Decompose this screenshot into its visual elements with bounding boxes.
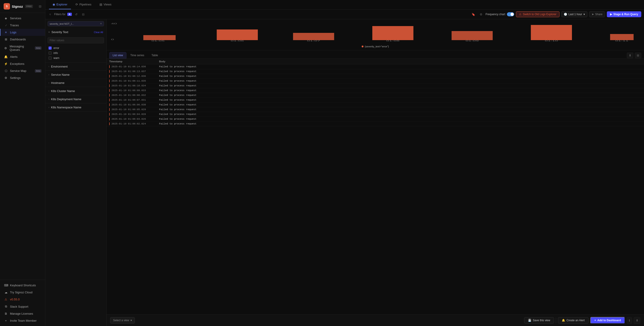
sidebar-item-label: Alerts <box>10 55 18 59</box>
service-name-section-header[interactable]: › Service Name <box>45 71 106 79</box>
log-row[interactable]: 2025-01-10 01:06:05.029 Failed to proces… <box>106 107 644 112</box>
sidebar-item-service-map[interactable]: ⬡ Service Map Beta <box>0 67 45 74</box>
save-view-btn[interactable]: 💾 Save this view <box>524 317 554 323</box>
info-icon-btn[interactable]: ℹ <box>627 317 632 324</box>
warning-icon: ⚠ <box>519 13 522 16</box>
sidebar-item-label: Traces <box>10 24 19 27</box>
sidebar-item-settings[interactable]: ⚙ Settings <box>0 74 45 81</box>
config-icon-btn[interactable]: ⚙ <box>478 12 484 17</box>
filter-values-input[interactable] <box>48 38 104 43</box>
log-row[interactable]: 2025-01-10 01:06:10.034 Failed to proces… <box>106 83 644 88</box>
run-query-btn[interactable]: ▶ Stage & Run Query <box>607 11 641 17</box>
sidebar-item-version[interactable]: ⚠ v0.55.0 <box>0 296 45 303</box>
log-timestamp: 2025-01-10 01:06:06.030 <box>109 103 159 106</box>
k8s-namespace-section-header[interactable]: › K8s Namespace Name <box>45 103 106 111</box>
log-row[interactable]: 2025-01-10 01:06:07.031 Failed to proces… <box>106 98 644 103</box>
filter-tag-close[interactable]: ✕ <box>100 22 102 25</box>
share-icon: ➤ <box>592 13 594 16</box>
bookmark-icon-btn[interactable]: 🔖 <box>470 12 476 17</box>
sidebar-item-try-cloud[interactable]: ☁ Try Signoz Cloud <box>0 289 45 296</box>
log-row[interactable]: 2025-01-10 01:06:03.026 Failed to proces… <box>106 117 644 122</box>
svg-rect-6 <box>452 31 493 40</box>
sidebar-item-dashboards[interactable]: ⊞ Dashboards <box>0 36 45 43</box>
share-btn[interactable]: ➤ Share <box>589 11 605 17</box>
frequency-chart-toggle[interactable] <box>507 12 514 16</box>
chevron-right-icon: › <box>48 98 49 100</box>
log-row[interactable]: 2025-01-10 01:06:14.036 Failed to proces… <box>106 64 644 69</box>
log-row[interactable]: 2025-01-10 01:06:08.032 Failed to proces… <box>106 93 644 98</box>
filter-option-error[interactable]: error <box>48 46 104 51</box>
log-row[interactable]: 2025-01-10 01:06:09.033 Failed to proces… <box>106 88 644 93</box>
download-icon-btn[interactable]: ⬇ <box>634 317 640 324</box>
tab-time-series[interactable]: Time series <box>127 52 148 59</box>
sidebar-item-services[interactable]: ◈ Services <box>0 15 45 22</box>
sidebar-item-label: Messaging Queues <box>10 45 33 52</box>
log-row[interactable]: 2025-01-10 01:06:06.030 Failed to proces… <box>106 103 644 107</box>
frequency-chart-label: Frequency chart <box>486 12 514 16</box>
create-alert-btn[interactable]: 🔔 Create an Alert <box>558 317 588 323</box>
tab-label: Explorer <box>56 3 67 6</box>
clock-icon: 🕐 <box>564 13 567 16</box>
tab-list-view[interactable]: List view <box>109 52 126 59</box>
k8s-deployment-section-header[interactable]: › K8s Deployment Name <box>45 95 106 103</box>
sidebar-item-exceptions[interactable]: ⚡ Exceptions <box>0 60 45 67</box>
error-label: error <box>54 47 59 50</box>
filter-option-info[interactable]: info <box>48 51 104 56</box>
error-checkbox[interactable] <box>48 47 52 50</box>
sidebar-item-keyboard-shortcuts[interactable]: ⌨ Keyboard Shortcuts <box>0 282 45 289</box>
view-select-label: Select a view <box>113 319 129 322</box>
filter-section-hostname: › Hostname <box>45 79 106 87</box>
sidebar-item-slack-support[interactable]: ⧉ Slack Support <box>0 303 45 310</box>
log-row[interactable]: 2025-01-10 01:06:13.037 Failed to proces… <box>106 69 644 74</box>
logs-table-header: Timestamp Body <box>106 59 644 64</box>
environment-section-header[interactable]: › Environment <box>45 63 106 71</box>
k8s-cluster-section-header[interactable]: › K8s Cluster Name <box>45 87 106 95</box>
log-row[interactable]: 2025-01-10 01:06:04.028 Failed to proces… <box>106 112 644 117</box>
download-icon-btn[interactable]: ⬇ <box>627 53 633 58</box>
filter-options-btn[interactable]: ⊟ <box>81 12 86 17</box>
sidebar-item-logs[interactable]: ≡ Logs <box>0 29 45 36</box>
hostname-section-header[interactable]: › Hostname <box>45 79 106 87</box>
refresh-icon-btn[interactable]: ↺ <box>74 12 79 17</box>
k8s-deployment-section-title: K8s Deployment Name <box>51 98 81 101</box>
tab-table[interactable]: Table <box>148 52 162 59</box>
logo-icon: S <box>4 3 10 10</box>
tab-views[interactable]: ▤ Views <box>96 0 115 9</box>
clear-all-btn[interactable]: Clear All <box>94 31 103 34</box>
warn-checkbox[interactable] <box>48 57 52 60</box>
log-body: Failed to process request <box>159 122 641 125</box>
alert-icon: 🔔 <box>562 319 565 322</box>
sidebar-item-messaging-queues[interactable]: ⚙ Messaging Queues Beta <box>0 43 45 53</box>
sidebar-item-traces[interactable]: ⟋ Traces <box>0 22 45 29</box>
severity-section-header[interactable]: ▾ Severity Text Clear All <box>45 28 106 36</box>
add-dashboard-btn[interactable]: + Add to Dashboard <box>590 317 625 324</box>
log-row[interactable]: 2025-01-10 01:06:11.035 Failed to proces… <box>106 79 644 83</box>
sidebar-item-label: Settings <box>10 76 20 80</box>
sidebar-item-invite-team[interactable]: + Invite Team Member <box>0 317 45 324</box>
columns-icon-btn[interactable]: ⊞ <box>635 53 641 58</box>
license-icon: 🗎 <box>4 312 8 315</box>
hostname-section-title: Hostname <box>51 81 64 85</box>
tab-pipelines[interactable]: ⟳ Pipelines <box>72 0 95 9</box>
chart-logs-area: 40 0 <box>106 19 644 326</box>
chevron-right-icon: › <box>48 90 49 92</box>
sidebar-item-alerts[interactable]: 🔔 Alerts <box>0 53 45 60</box>
tab-explorer[interactable]: ◉ Explorer <box>49 0 71 9</box>
sidebar-toggle[interactable]: ⊟ <box>39 5 42 8</box>
severity-section-title: Severity Text <box>52 30 68 34</box>
sidebar-item-manage-licenses[interactable]: 🗎 Manage Licenses <box>0 310 45 317</box>
log-timestamp: 2025-01-10 01:06:03.026 <box>109 118 159 120</box>
filter-option-warn[interactable]: warn <box>48 56 104 61</box>
service-map-badge: Beta <box>35 69 42 73</box>
content-area: severity_text NOT_I... ✕ ▾ Severity Text… <box>45 19 644 326</box>
view-select[interactable]: Select a view ▾ <box>110 317 135 323</box>
chevron-right-icon: › <box>48 106 49 109</box>
svg-text:01:05: 01:05 <box>151 40 165 42</box>
switch-old-btn[interactable]: ⚠ Switch to Old Logs Explorer <box>516 11 559 17</box>
traces-icon: ⟋ <box>4 24 8 27</box>
log-row[interactable]: 2025-01-10 01:06:02.024 Failed to proces… <box>106 122 644 126</box>
info-checkbox[interactable] <box>48 52 52 55</box>
log-body: Failed to process request <box>159 99 641 101</box>
time-selector[interactable]: 🕐 Last 1 hour ▾ <box>561 11 587 17</box>
log-row[interactable]: 2025-01-10 01:06:12.036 Failed to proces… <box>106 74 644 79</box>
